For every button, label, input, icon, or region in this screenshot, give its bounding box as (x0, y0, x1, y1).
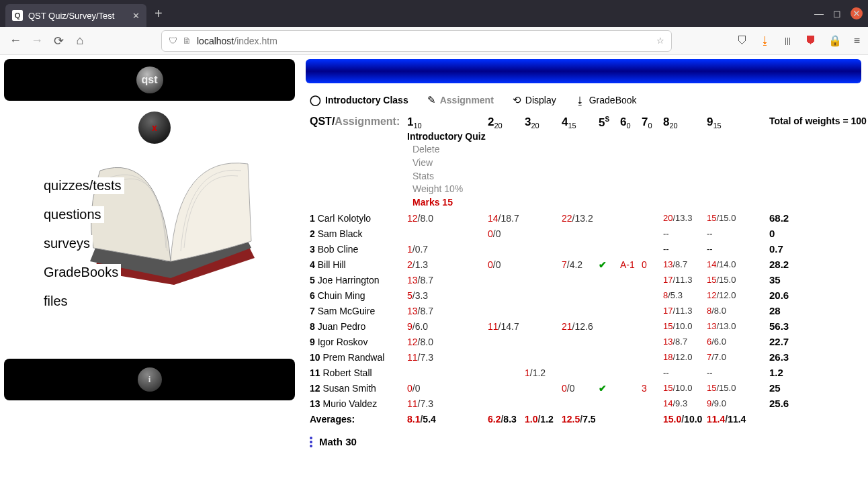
student-row[interactable]: 4 Bill Hill2/1.30/07/4.2✔A-1013/8.714/14… (306, 257, 861, 272)
ublock-icon[interactable]: ⛊ (806, 35, 816, 47)
book-illustration: quizzes/tests questions surveys GradeBoo… (4, 137, 295, 345)
home-button[interactable]: ⌂ (73, 34, 87, 48)
quiz-menu: Delete View Stats Weight 10% Marks 15 (413, 143, 488, 209)
student-row[interactable]: 1 Carl Kolotylo12/8.014/18.722/13.220/13… (306, 210, 861, 226)
tab-favicon: Q (12, 10, 23, 21)
tab-title: QST Quiz/Survey/Test (28, 11, 127, 21)
student-row[interactable]: 10 Prem Randwal11/7.318/12.07/7.026.3 (306, 349, 861, 365)
student-row[interactable]: 2 Sam Black0/0----0 (306, 226, 861, 241)
expanded-quiz-title: Introductory Quiz (407, 131, 488, 142)
student-row[interactable]: 7 Sam McGuire13/8.717/11.38/8.028 (306, 303, 861, 318)
column-8[interactable]: 820 (663, 116, 707, 130)
student-row[interactable]: 5 Joe Harrington13/8.717/11.315/15.035 (306, 272, 861, 288)
student-row[interactable]: 13 Murio Valdez11/7.314/9.39/9.025.6 (306, 396, 861, 411)
gradebook-action[interactable]: ⭳ GradeBook (575, 95, 637, 106)
sidebar-item-questions[interactable]: questions (41, 206, 104, 223)
delete-option[interactable]: Delete (413, 143, 488, 157)
class-selector[interactable]: ◯ Introductory Class (310, 94, 408, 106)
column-9[interactable]: 915 (707, 116, 764, 130)
weight-option[interactable]: Weight 10% (413, 183, 488, 196)
download-icon[interactable]: ⭳ (760, 35, 771, 47)
stats-option[interactable]: Stats (413, 170, 488, 183)
column-1[interactable]: 110 Introductory Quiz Delete View Stats … (407, 116, 488, 209)
window-close-icon[interactable]: ✕ (851, 7, 863, 19)
url-text: localhost/index.htm (197, 36, 277, 46)
library-icon[interactable]: ⫼ (783, 35, 793, 47)
forward-button[interactable]: → (30, 34, 44, 48)
sidebar-menu: quizzes/tests questions surveys GradeBoo… (41, 177, 124, 310)
qst-assignment-label: QST/Assignment: (310, 116, 400, 127)
browser-tab-bar: Q QST Quiz/Survey/Test ✕ + — ◻ ✕ (0, 0, 868, 27)
column-7[interactable]: 70 (642, 116, 663, 130)
logo-panel: qst (4, 59, 295, 101)
lock-icon[interactable]: 🗎 (183, 36, 191, 46)
student-row[interactable]: 11 Robert Stall1/1.2----1.2 (306, 365, 861, 380)
pocket-icon[interactable]: ⛉ (737, 35, 748, 47)
title-bar (306, 59, 861, 83)
sidebar-item-files[interactable]: files (41, 293, 71, 310)
window-minimize-icon[interactable]: — (814, 8, 824, 19)
qst-logo[interactable]: qst (136, 67, 163, 93)
column-3[interactable]: 320 (525, 116, 562, 130)
download-icon: ⭳ (575, 95, 585, 106)
info-panel: i (4, 359, 295, 400)
averages-row: Averages: 8.1/5.4 6.2/8.3 1.0/1.2 12.5/7… (306, 411, 861, 427)
browser-toolbar: ← → ⟳ ⌂ 🛡 🗎 localhost/index.htm ☆ ⛉ ⭳ ⫼ … (0, 27, 868, 55)
weights-total: Total of weights = 100 % (769, 116, 868, 126)
sidebar-item-gradebooks[interactable]: GradeBooks (41, 264, 121, 281)
tab-close-icon[interactable]: ✕ (132, 11, 140, 21)
radio-icon: ◯ (310, 94, 321, 106)
student-row[interactable]: 6 Chuin Ming5/3.38/5.312/12.020.6 (306, 288, 861, 303)
student-row[interactable]: 9 Igor Roskov12/8.013/8.76/6.022.7 (306, 334, 861, 349)
sidebar-item-surveys[interactable]: surveys (41, 235, 93, 252)
view-option[interactable]: View (413, 157, 488, 170)
bookmark-icon[interactable]: ☆ (656, 36, 664, 46)
pencil-icon: ✎ (427, 94, 436, 106)
table-header: QST/Assignment: 110 Introductory Quiz De… (306, 114, 861, 210)
toolbar-icons: ⛉ ⭳ ⫼ ⛊ 🔒 ≡ (737, 34, 860, 47)
display-action[interactable]: ⟲ Display (513, 94, 556, 106)
student-row[interactable]: 12 Susan Smith0/00/0✔315/10.015/15.025 (306, 380, 861, 396)
refresh-icon: ⟲ (513, 94, 521, 106)
action-row: ◯ Introductory Class ✎ Assignment ⟲ Disp… (306, 91, 861, 109)
column-4[interactable]: 415 (562, 116, 599, 130)
new-tab-button[interactable]: + (155, 6, 163, 21)
grade-table: QST/Assignment: 110 Introductory Quiz De… (306, 114, 861, 427)
security-icon[interactable]: 🔒 (828, 34, 842, 47)
window-controls: — ◻ ✕ (814, 7, 863, 19)
window-maximize-icon[interactable]: ◻ (833, 8, 841, 19)
browser-tab[interactable]: Q QST Quiz/Survey/Test ✕ (5, 4, 146, 27)
more-icon (310, 437, 312, 447)
reload-button[interactable]: ⟳ (51, 34, 66, 48)
shield-icon[interactable]: 🛡 (169, 36, 177, 46)
student-row[interactable]: 3 Bob Cline1/0.7----0.7 (306, 241, 861, 257)
marks-option[interactable]: Marks 15 (413, 196, 488, 210)
sidebar-item-quizzes[interactable]: quizzes/tests (41, 177, 124, 194)
student-row[interactable]: 8 Juan Pedro9/6.011/14.721/12.615/10.013… (306, 318, 861, 334)
column-2[interactable]: 220 (488, 116, 525, 130)
back-button[interactable]: ← (8, 34, 23, 48)
menu-icon[interactable]: ≡ (854, 35, 860, 47)
assignment-action[interactable]: ✎ Assignment (427, 94, 494, 106)
info-button[interactable]: i (138, 367, 162, 392)
sidebar: qst x quizzes/tests questions surveys (0, 55, 299, 485)
other-class[interactable]: Math 30 (306, 431, 861, 453)
column-5[interactable]: 5S (599, 116, 620, 130)
address-bar[interactable]: 🛡 🗎 localhost/index.htm ☆ (161, 30, 672, 52)
column-6[interactable]: 60 (620, 116, 642, 130)
main-content: ◯ Introductory Class ✎ Assignment ⟲ Disp… (299, 55, 868, 485)
